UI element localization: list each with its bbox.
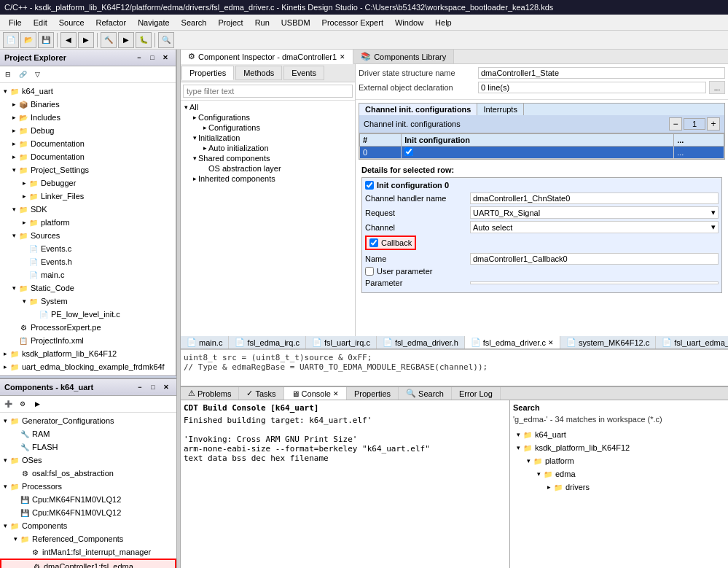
tree-item-system[interactable]: ▾ 📁 System — [0, 295, 176, 308]
project-tree[interactable]: ▾ 📁 k64_uart ▸ 📦 Binaries ▸ 📂 Includes — [0, 83, 176, 376]
tree-item-ksdk-platform[interactable]: ▸ 📁 ksdk_platform_lib_K64F12 — [0, 347, 176, 360]
tree-item-uart-edma[interactable]: ▸ 📁 uart_edma_blocking_example_frdmk64f — [0, 360, 176, 373]
code-editor[interactable]: uint8_t src = (uint8_t_t)source & 0xFF; … — [181, 349, 728, 386]
tree-item-processors[interactable]: ▾ 📁 Processors — [0, 480, 176, 493]
menu-refactor[interactable]: Refactor — [90, 17, 133, 28]
toolbar-back[interactable]: ◀ — [60, 32, 77, 48]
channel-init-tab[interactable]: Channel init. configurations — [359, 104, 477, 115]
tree-item-processorexpert[interactable]: ⚙ ProcessorExpert.pe — [0, 321, 176, 334]
bottom-tab-tasks[interactable]: ✓ Tasks — [239, 387, 283, 400]
file-tab-uart-edma[interactable]: 📄 fsl_uart_edma_driver... — [656, 336, 728, 349]
search-tree[interactable]: ▾ 📁 k64_uart ▾ 📁 ksdk_platform_lib_K64F1… — [513, 427, 725, 495]
toolbar-debug[interactable]: 🐛 — [136, 32, 152, 48]
init-config-header-checkbox[interactable] — [365, 181, 374, 190]
minimize-btn[interactable]: − — [134, 381, 146, 393]
interrupts-tab[interactable]: Interrupts — [477, 104, 523, 115]
tree-item-sdk[interactable]: ▾ 📁 SDK — [0, 203, 176, 216]
components-tree[interactable]: ▾ 📁 Generator_Configurations 🔧 RAM 🔧 FLA… — [0, 413, 176, 568]
user-param-checkbox[interactable] — [365, 267, 374, 276]
file-tab-edma-driver-c[interactable]: 📄 fsl_edma_driver.c ✕ — [465, 336, 560, 349]
close-btn[interactable]: ✕ — [160, 52, 171, 63]
menu-source[interactable]: Source — [53, 17, 90, 28]
bottom-tab-problems[interactable]: ⚠ Problems — [181, 387, 239, 400]
search-tree-drivers[interactable]: ▸ 📁 drivers — [513, 481, 725, 494]
minimize-btn[interactable]: − — [133, 52, 145, 63]
file-tab-uart-irq[interactable]: 📄 fsl_uart_irq.c — [306, 336, 377, 349]
toolbar-build[interactable]: 🔨 — [101, 32, 117, 48]
menu-navigate[interactable]: Navigate — [132, 17, 175, 28]
tree-item-cpu1[interactable]: 💾 Cpu:MK64FN1M0VLQ12 — [0, 493, 176, 506]
maximize-btn[interactable]: □ — [146, 52, 158, 63]
toolbar-save[interactable]: 💾 — [38, 32, 54, 48]
search-tree-edma[interactable]: ▾ 📁 edma — [513, 467, 725, 481]
toolbar-forward[interactable]: ▶ — [78, 32, 94, 48]
tree-item-generated-code[interactable]: ▸ 📁 Documentation — [0, 150, 176, 163]
menu-run[interactable]: Run — [249, 17, 275, 28]
counter-plus-btn[interactable]: + — [707, 117, 720, 131]
tree-item-ram[interactable]: 🔧 RAM — [0, 427, 176, 440]
tree-item-events-h[interactable]: 📄 Events.h — [0, 255, 176, 268]
menu-help[interactable]: Help — [429, 17, 458, 28]
init-config-checkbox[interactable] — [404, 147, 413, 156]
tree-item-all[interactable]: ▾ All — [181, 102, 355, 112]
menu-search[interactable]: Search — [176, 17, 213, 28]
menu-usbdm[interactable]: USBDM — [275, 17, 316, 28]
tree-item-inherited[interactable]: ▸ Inherited components — [181, 174, 355, 184]
file-tab-edma-driver-h[interactable]: 📄 fsl_edma_driver.h — [377, 336, 465, 349]
tree-item-configurations[interactable]: ▸ Configurations — [181, 112, 355, 122]
search-tree-platform[interactable]: ▾ 📁 platform — [513, 454, 725, 467]
menu-edit[interactable]: Edit — [28, 17, 53, 28]
tree-item-platform[interactable]: ▸ 📁 platform — [0, 216, 176, 229]
search-tree-k64uart[interactable]: ▾ 📁 k64_uart — [513, 428, 725, 441]
generate-btn[interactable]: ▶ — [31, 397, 44, 411]
menu-window[interactable]: Window — [389, 17, 429, 28]
tree-item-flash[interactable]: 🔧 FLASH — [0, 440, 176, 454]
counter-minus-btn[interactable]: − — [669, 117, 682, 131]
tab-properties[interactable]: Properties — [181, 66, 234, 80]
tree-item-project-settings[interactable]: ▾ 📁 Project_Settings — [0, 163, 176, 176]
menu-processor-expert[interactable]: Processor Expert — [316, 17, 389, 28]
close-icon[interactable]: ✕ — [333, 390, 339, 397]
tree-item-documentation[interactable]: ▸ 📁 Documentation — [0, 137, 176, 150]
tree-item-os-abstraction[interactable]: OS abstraction layer — [181, 163, 355, 174]
channel-dropdown[interactable]: Auto select ▾ — [470, 221, 719, 233]
close-icon[interactable]: ✕ — [340, 53, 345, 61]
toolbar-open[interactable]: 📂 — [20, 32, 36, 48]
inspector-tree[interactable]: ▾ All ▸ Configurations ▸ Configurations — [181, 101, 355, 336]
file-tab-edma-irq[interactable]: 📄 fsl_edma_irq.c — [229, 336, 306, 349]
tree-item-events-c[interactable]: 📄 Events.c — [0, 242, 176, 255]
file-tab-system[interactable]: 📄 system_MK64F12.c — [560, 336, 656, 349]
toolbar-new[interactable]: 📄 — [3, 32, 19, 48]
tree-item-debug[interactable]: ▸ 📁 Debug — [0, 124, 176, 137]
menu-file[interactable]: File — [3, 17, 28, 28]
tree-item-sources[interactable]: ▾ 📁 Sources — [0, 229, 176, 242]
close-icon[interactable]: ✕ — [548, 339, 554, 346]
request-dropdown[interactable]: UART0_Rx_Signal ▾ — [470, 206, 719, 219]
file-tab-main[interactable]: 📄 main.c — [181, 336, 229, 349]
filter-input[interactable] — [183, 85, 353, 98]
tree-item-intman1[interactable]: ⚙ intMan1:fsl_interrupt_manager — [0, 545, 176, 559]
tab-components-library[interactable]: 📚 Components Library — [353, 50, 454, 63]
tree-item-k64uart[interactable]: ▾ 📁 k64_uart — [0, 85, 176, 98]
tree-item-oses[interactable]: ▾ 📁 OSes — [0, 454, 176, 467]
tree-item-debugger[interactable]: ▸ 📁 Debugger — [0, 176, 176, 190]
tree-item-projectinfo[interactable]: 📋 ProjectInfo.xml — [0, 334, 176, 347]
tree-item-osal[interactable]: ⚙ osal:fsl_os_abstraction — [0, 467, 176, 480]
explorer-menu-btn[interactable]: ▽ — [31, 68, 44, 81]
table-row[interactable]: 0 ... — [360, 147, 724, 159]
tree-item-gen-config[interactable]: ▾ 📁 Generator_Configurations — [0, 414, 176, 427]
maximize-btn[interactable]: □ — [147, 381, 159, 393]
console-panel[interactable]: CDT Build Console [k64_uart] Finished bu… — [181, 400, 509, 568]
tree-item-configurations2[interactable]: ▸ Configurations — [181, 122, 355, 133]
close-btn[interactable]: ✕ — [160, 381, 172, 393]
bottom-tab-search[interactable]: 🔍 Search — [399, 387, 452, 400]
tree-item-includes[interactable]: ▸ 📂 Includes — [0, 111, 176, 124]
tab-events[interactable]: Events — [283, 66, 324, 80]
tree-item-static-code[interactable]: ▾ 📁 Static_Code — [0, 281, 176, 295]
tree-item-pe-low[interactable]: 📄 PE_low_level_init.c — [0, 308, 176, 321]
tree-item-dmacontroller1[interactable]: ⚙ dmaController1:fsl_edma — [0, 559, 176, 568]
tree-item-ref-components[interactable]: ▾ 📁 Referenced_Components — [0, 532, 176, 545]
tree-item-shared-components[interactable]: ▾ Shared components — [181, 153, 355, 163]
external-object-btn[interactable]: ... — [709, 81, 725, 94]
tab-component-inspector[interactable]: ⚙ Component Inspector - dmaController1 ✕ — [181, 50, 353, 64]
